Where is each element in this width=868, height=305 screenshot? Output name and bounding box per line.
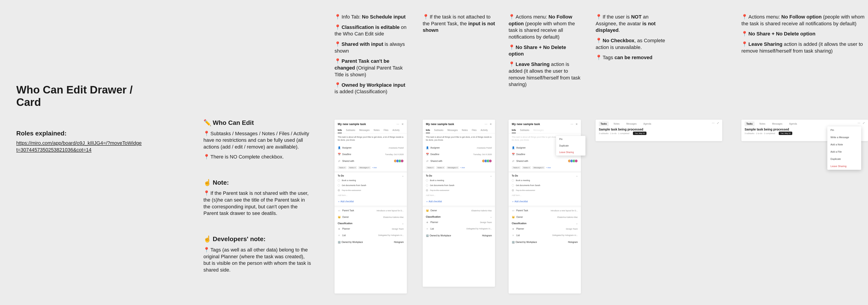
todo-item[interactable]: Get documents from Sarah [342, 184, 366, 187]
tab-activity[interactable]: Activity [480, 128, 488, 133]
close-icon[interactable]: ✕ [490, 123, 492, 126]
tab-notes[interactable]: Notes [462, 128, 468, 133]
pin-icon: 📍 [508, 44, 515, 50]
pin-icon: 📍 [335, 24, 341, 30]
wide-tab-notes[interactable]: Notes [612, 122, 621, 126]
center-column: ✏️Who Can Edit 📍Subtasks / Messages / No… [204, 118, 312, 275]
wide-tab-messages[interactable]: Messages [770, 122, 784, 126]
pin-icon: 📍 [335, 58, 341, 64]
menu-write-message[interactable]: Write a Message [827, 134, 861, 141]
menu-add-file[interactable]: Add a File [827, 148, 861, 155]
menu-duplicate[interactable]: Duplicate [827, 155, 861, 163]
finger-icon: ☝️ [204, 235, 211, 242]
parent-icon: ▭ [338, 209, 340, 212]
dev-heading: Developers' note: [213, 235, 266, 242]
calendar-icon: 📅 [426, 153, 429, 156]
add-tag[interactable]: + Add [372, 167, 377, 169]
todo-item[interactable]: Book a meeting [342, 179, 356, 181]
pin-icon: 📍 [204, 190, 210, 196]
calendar-icon: 📅 [338, 153, 340, 156]
menu-pin[interactable]: Pin [827, 127, 861, 134]
wide-tab-messages[interactable]: Messages [625, 122, 639, 126]
tag[interactable]: Tasks 4 [338, 166, 346, 169]
title-block: Who Can Edit Drawer / Card Roles explain… [16, 83, 143, 153]
shared-avatars [395, 159, 404, 163]
tab-notes[interactable]: Notes [374, 128, 379, 133]
chevron-down-icon[interactable]: ⌄ [402, 222, 404, 225]
owner-icon: 👑 [338, 215, 340, 218]
calendar-icon: 📅 [512, 153, 515, 156]
list-icon: ≡ [338, 234, 340, 237]
pin-icon: 📍 [335, 14, 341, 20]
finger-icon: ☝️ [204, 179, 211, 186]
tab-subtasks[interactable]: Subtasks [346, 128, 355, 133]
share-icon: ⇄ [426, 160, 429, 163]
pin-icon: 📍 [596, 55, 602, 60]
more-icon[interactable]: ⋯ [397, 123, 399, 126]
tag[interactable]: Notes 4 [348, 166, 357, 169]
pin-icon: 📍 [741, 31, 747, 37]
who-line-1: Subtasks / Messages / Notes / Files / Ac… [204, 131, 309, 150]
tag[interactable]: Messages 4 [358, 166, 371, 169]
wide-tab-agenda[interactable]: Agenda [642, 122, 653, 126]
tab-files[interactable]: Files [383, 128, 388, 133]
tab-info[interactable]: Info [338, 128, 342, 133]
pin-icon: 📍 [741, 14, 747, 20]
wide-title: Sample task being processed [596, 126, 722, 132]
task-card-b: My new sample task ⋯✕ Info Subtasks Mess… [423, 120, 495, 287]
todo-item[interactable]: Pay to the outsourcer [342, 189, 361, 192]
planner-icon: ◈ [426, 221, 429, 224]
user-icon: 👤 [426, 146, 429, 149]
date-pill: Tue, May 10 [633, 132, 647, 135]
wide-subtitle: 3 subtasks · 1 to-do · 2 completed [745, 132, 775, 135]
chevron-down-icon[interactable]: ⌄ [402, 174, 404, 177]
classification-heading: Classification [338, 222, 352, 225]
card-desc: This task is about all things you'd like… [335, 133, 407, 144]
pin-icon: 📍 [335, 41, 341, 47]
more-icon[interactable]: ⋯ [485, 123, 487, 126]
tab-info[interactable]: Info [426, 128, 430, 133]
tab-activity[interactable]: Activity [393, 128, 400, 133]
spec-col-c: 📍Actions menu: No Follow option (people … [508, 13, 581, 92]
menu-pin[interactable]: Pin [556, 136, 585, 142]
close-icon[interactable]: ✕ [576, 123, 578, 126]
date-pill: Tue, May 10 [779, 132, 792, 135]
expand-icon[interactable]: ⤢ [863, 122, 865, 125]
tab-messages[interactable]: Messages [359, 128, 370, 133]
task-card-c: My new sample task ⋯✕ Info Subtasks Mess… [508, 120, 581, 294]
tab-messages[interactable]: Messages [447, 128, 458, 133]
pin-icon: 📍 [335, 82, 341, 88]
pencil-icon: ✏️ [204, 119, 211, 126]
add-checklist[interactable]: ＋ Add checklist [335, 198, 407, 205]
pin-icon: 📍 [204, 154, 210, 160]
add-item[interactable]: Add item... [335, 193, 407, 198]
wide-tab-tasks[interactable]: Tasks [599, 122, 609, 126]
workplace-icon: 🏢 [512, 241, 515, 243]
wide-tab-tasks[interactable]: Tasks [745, 122, 754, 126]
pin-icon: 📍 [204, 247, 210, 252]
tab-subtasks[interactable]: Subtasks [434, 128, 443, 133]
tab-files[interactable]: Files [472, 128, 476, 133]
more-icon[interactable]: ⋯ [712, 122, 715, 125]
roles-link[interactable]: https://miro.com/app/board/o9J_kIlIJG4=/… [16, 140, 143, 153]
parent-icon: ▭ [512, 209, 515, 212]
close-icon[interactable]: ✕ [401, 123, 404, 126]
menu-leave-sharing[interactable]: Leave Sharing [827, 163, 861, 170]
wide-tab-agenda[interactable]: Agenda [787, 122, 799, 126]
more-icon[interactable]: ⋯ [570, 123, 573, 126]
menu-add-note[interactable]: Add a Note [827, 141, 861, 148]
more-icon[interactable]: ⋯ [858, 122, 860, 125]
workplace-icon: 🏢 [338, 241, 341, 243]
who-line-2: There is NO Complete checkbox. [211, 154, 284, 160]
expand-icon[interactable]: ⤢ [717, 122, 719, 125]
pin-icon: 📍 [508, 14, 515, 20]
card-title: My new sample task [426, 122, 454, 126]
wide-tab-notes[interactable]: Notes [758, 122, 767, 126]
pin-icon: 📍 [596, 38, 602, 43]
spec-col-a: 📍Info Tab: No Schedule input 📍Classifica… [335, 13, 407, 99]
share-icon: ⇄ [338, 160, 340, 163]
pin-icon: 📍 [423, 14, 429, 20]
pin-icon: 📍 [508, 61, 515, 67]
menu-duplicate[interactable]: Duplicate [556, 142, 585, 149]
menu-leave-sharing[interactable]: Leave Sharing [556, 149, 585, 156]
